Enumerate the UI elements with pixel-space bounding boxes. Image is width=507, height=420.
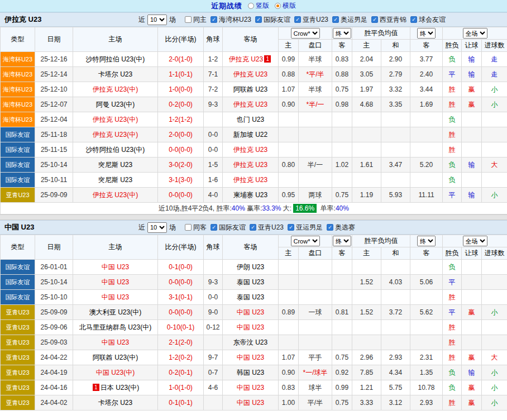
away-team-link[interactable]: 中国 U23 [237,308,264,316]
home-team-link[interactable]: 沙特阿拉伯 U23(中) [86,146,145,154]
avg-end-select[interactable]: 终 [417,28,436,39]
checkbox-checked[interactable]: ✓ [327,224,333,231]
home-team-link[interactable]: 中国 U23(中) [96,369,135,376]
away-team-link[interactable]: 伊拉克 U23 [233,176,267,184]
away-team-link[interactable]: 柬埔寨 U23 [233,191,267,199]
away-team-link[interactable]: 伊朗 U23 [237,263,264,271]
team-title: 中国 U23 [4,222,138,232]
section-iraq-u23: 伊拉克 U23 近 10 场 同主✓海湾杯U23✓国际友谊✓亚青U23✓奥运男足… [0,12,507,214]
checkbox-checked[interactable]: ✓ [332,16,339,23]
filter-option[interactable]: ✓西亚青锦 [371,15,406,25]
radio-horizontal-icon[interactable] [275,3,281,9]
checkbox-checked[interactable]: ✓ [255,16,262,23]
home-team-link[interactable]: 伊拉克 U23(中) [93,85,138,93]
away-team-link[interactable]: 伊拉克 U23 [233,161,267,169]
away-team-link[interactable]: 泰国 U23 [237,278,264,286]
home-team-link[interactable]: 卡塔尔 U23 [98,399,132,407]
filter-option[interactable]: ✓国际友谊 [211,223,246,232]
home-team-link[interactable]: 日本 U23(中) [101,384,139,392]
filter-option[interactable]: ✓亚青U23 [294,15,328,25]
checkbox-unchecked[interactable] [185,16,192,23]
checkbox-checked[interactable]: ✓ [288,224,294,231]
odds-company-select[interactable]: Crow* [291,28,320,39]
odds-end-select[interactable]: 终 [333,28,351,39]
filter-option[interactable]: 同主 [185,15,207,25]
layout-option-horizontal[interactable]: 横版 [275,1,296,11]
home-team-cell: 中国 U23 [73,260,158,275]
away-team-cell: 新加坡 U22 [223,127,279,142]
filter-option[interactable]: ✓奥运男足 [332,15,367,25]
recent-count-select[interactable]: 10 [147,15,167,25]
avg-away-cell: 2.31 [410,350,443,365]
avg-away-cell: 3.77 [410,52,443,67]
home-team-link[interactable]: 中国 U23 [102,293,129,301]
checkbox-checked[interactable]: ✓ [410,16,417,23]
checkbox-unchecked[interactable] [185,224,192,231]
odds-line-cell [299,260,332,275]
away-team-link[interactable]: 泰国 U23 [237,293,264,301]
home-team-link[interactable]: 北马里亚纳群岛 U23(中) [79,323,151,331]
filter-option[interactable]: ✓球会友谊 [410,15,446,25]
match-type-cell: 亚青U23 [1,365,35,380]
home-team-link[interactable]: 伊拉克 U23(中) [93,191,138,199]
home-team-link[interactable]: 中国 U23 [102,263,129,271]
home-team-link[interactable]: 中国 U23 [102,278,129,286]
home-team-link[interactable]: 中国 U23 [102,338,129,346]
filter-option[interactable]: ✓国际友谊 [255,15,290,25]
match-score: 0-10(0-1) [158,320,204,335]
checkbox-checked[interactable]: ✓ [371,16,378,23]
home-team-link[interactable]: 澳大利亚 U23(中) [89,308,141,316]
result-cell: 负 [443,52,462,67]
away-team-link[interactable]: 韩国 U23 [237,369,264,376]
away-team-link[interactable]: 也门 U23 [237,116,264,123]
checkbox-checked[interactable]: ✓ [250,224,256,231]
filter-option[interactable]: ✓海湾杯U23 [211,15,251,25]
odds-end-select[interactable]: 终 [333,236,351,246]
away-team-cell: 也门 U23 [223,112,279,127]
away-team-link[interactable]: 伊拉克 U23 [233,70,267,78]
avg-end-select[interactable]: 终 [417,236,436,246]
match-row: 海湾杯U2325-12-07阿曼 U23(中)0-2(0-0)9-3伊拉克 U2… [1,97,507,112]
filter-option[interactable]: ✓亚青U23 [250,223,284,232]
layout-option-vertical[interactable]: 竖版 [248,1,269,11]
col-result: 胜负 [443,40,462,52]
away-team-link[interactable]: 中国 U23 [237,354,264,361]
match-score: 0-0(0-0) [158,305,204,320]
home-team-link[interactable]: 阿曼 U23(中) [96,101,135,108]
odds-home-cell [279,275,299,290]
home-team-link[interactable]: 突尼斯 U23 [98,161,132,169]
avg-home-cell: 3.05 [352,67,381,82]
away-team-link[interactable]: 中国 U23 [237,399,264,407]
filter-option[interactable]: 同客 [185,223,207,232]
match-row: 亚青U2324-04-22阿联酋 U23(中)1-2(0-2)9-7中国 U23… [1,350,507,365]
away-team-link[interactable]: 阿联酋 U23 [233,85,267,93]
recent-count-select[interactable]: 10 [147,222,167,233]
scope-select[interactable]: 全场 [463,236,487,246]
home-team-link[interactable]: 突尼斯 U23 [98,176,132,184]
away-team-link[interactable]: 新加坡 U22 [233,131,267,139]
home-team-link[interactable]: 沙特阿拉伯 U23(中) [86,55,145,63]
away-team-link[interactable]: 伊拉克 U23 [233,146,267,154]
match-score: 3-1(3-0) [158,173,204,188]
home-team-link[interactable]: 阿联酋 U23(中) [93,354,138,361]
match-type-cell: 国际友谊 [1,127,35,142]
odds-home-cell [279,127,299,142]
filter-option[interactable]: ✓奥选赛 [327,223,355,232]
home-team-link[interactable]: 伊拉克 U23(中) [93,131,138,139]
filter-option[interactable]: ✓亚运男足 [288,223,323,232]
away-team-link[interactable]: 东帝汶 U23 [233,338,267,346]
corner-score: 9-3 [204,97,223,112]
home-team-link[interactable]: 卡塔尔 U23 [98,70,132,78]
radio-vertical-icon[interactable] [248,3,254,9]
odds-company-select[interactable]: Crow* [291,236,320,246]
checkbox-checked[interactable]: ✓ [211,16,217,23]
scope-select[interactable]: 全场 [463,28,487,39]
match-score: 2-0(0-0) [158,127,204,142]
away-team-link[interactable]: 伊拉克 U23 [229,55,263,63]
away-team-link[interactable]: 中国 U23 [237,323,264,331]
away-team-link[interactable]: 中国 U23 [237,384,264,392]
home-team-link[interactable]: 伊拉克 U23(中) [93,116,138,123]
checkbox-checked[interactable]: ✓ [294,16,301,23]
away-team-link[interactable]: 伊拉克 U23 [233,101,267,108]
checkbox-checked[interactable]: ✓ [211,224,217,231]
